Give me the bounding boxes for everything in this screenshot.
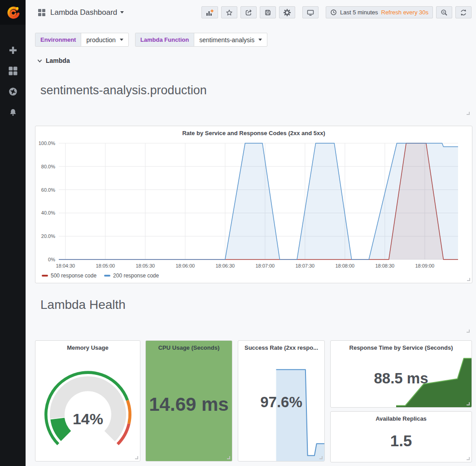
legend-label-500: 500 response code bbox=[51, 273, 96, 279]
x-tick-label: 18:06:00 bbox=[175, 263, 195, 268]
row-header-lambda[interactable]: Lambda bbox=[37, 57, 70, 64]
panel-title[interactable]: CPU Usage (Seconds) bbox=[146, 341, 232, 351]
panel-cpu-usage: CPU Usage (Seconds) 14.69 ms bbox=[145, 340, 232, 462]
time-range-label: Last 5 minutes bbox=[340, 9, 378, 16]
panel-resize-handle[interactable] bbox=[467, 457, 470, 460]
variable-environment-label: Environment bbox=[35, 33, 81, 46]
x-tick-label: 18:09:00 bbox=[415, 263, 434, 268]
panel-resize-handle[interactable] bbox=[467, 278, 470, 281]
legend-swatch-red bbox=[42, 275, 48, 277]
panel-resize-handle[interactable] bbox=[227, 456, 230, 459]
time-series-plot[interactable]: 18:04:3018:05:0018:05:3018:06:0018:06:30… bbox=[59, 143, 458, 259]
legend-item-200[interactable]: 200 response code bbox=[104, 273, 159, 279]
navbar: Lambda Dashboard bbox=[26, 0, 476, 25]
chevron-down-icon bbox=[258, 39, 262, 41]
panel-rate-by-service: Rate by Service and Response Codes (2xx … bbox=[35, 126, 472, 283]
save-button[interactable] bbox=[260, 6, 276, 18]
chart-legend: 500 response code 200 response code bbox=[42, 273, 159, 279]
variable-lambda-function: Lambda Function sentiments-analysis bbox=[135, 33, 267, 47]
y-tick-label: 0% bbox=[48, 257, 59, 262]
add-panel-icon bbox=[206, 9, 214, 16]
tv-mode-button[interactable] bbox=[302, 6, 319, 18]
grafana-logo[interactable] bbox=[0, 0, 26, 25]
variable-environment: Environment production bbox=[35, 33, 129, 47]
dashboard-grid-icon bbox=[38, 9, 45, 16]
chart-panel-title[interactable]: Rate by Service and Response Codes (2xx … bbox=[35, 126, 472, 136]
y-tick-label: 20.0% bbox=[41, 233, 59, 239]
panel-resize-handle[interactable] bbox=[135, 456, 138, 459]
x-tick-label: 18:07:00 bbox=[255, 263, 275, 268]
memory-gauge: 14% bbox=[41, 369, 135, 448]
zoom-out-button[interactable] bbox=[436, 6, 452, 18]
panel-response-time: Response Time by Service (Seconds) 88.5 … bbox=[330, 340, 472, 408]
y-tick-label: 60.0% bbox=[41, 187, 59, 193]
grafana-flame-icon bbox=[5, 4, 21, 21]
panel-title[interactable]: Memory Usage bbox=[35, 341, 140, 351]
x-tick-label: 18:05:30 bbox=[135, 263, 155, 268]
add-plus-icon[interactable] bbox=[8, 45, 18, 55]
gauge-value: 14% bbox=[72, 410, 103, 427]
panel-title[interactable]: Success Rate (2xx respo... bbox=[238, 341, 324, 351]
save-icon bbox=[264, 9, 271, 16]
time-range-button[interactable]: Last 5 minutes Refresh every 30s bbox=[326, 6, 433, 18]
legend-label-200: 200 response code bbox=[113, 273, 159, 279]
panel-resize-handle[interactable] bbox=[467, 402, 470, 405]
template-variables: Environment production Lambda Function s… bbox=[35, 33, 267, 47]
health-heading: Lambda Health bbox=[40, 298, 126, 312]
y-tick-label: 100.0% bbox=[39, 141, 59, 146]
variable-lambda-function-selected: sentiments-analysis bbox=[199, 36, 254, 44]
legend-item-500[interactable]: 500 response code bbox=[42, 273, 96, 279]
panel-title[interactable]: Available Replicas bbox=[331, 412, 472, 422]
cpu-value: 14.69 ms bbox=[146, 394, 232, 415]
dashboard-title[interactable]: Lambda Dashboard bbox=[50, 8, 117, 17]
title-caret-icon bbox=[120, 11, 124, 13]
variable-lambda-function-label: Lambda Function bbox=[135, 33, 194, 46]
panel-resize-handle[interactable] bbox=[467, 330, 470, 333]
tv-mode-icon bbox=[307, 9, 314, 16]
star-icon bbox=[226, 9, 233, 16]
y-tick-label: 40.0% bbox=[41, 210, 59, 215]
y-tick-label: 80.0% bbox=[41, 164, 59, 169]
success-rate-value: 97.6% bbox=[238, 394, 324, 411]
x-tick-label: 18:04:30 bbox=[56, 263, 75, 268]
service-heading: sentiments-analysis.production bbox=[40, 84, 207, 97]
star-button[interactable] bbox=[221, 6, 237, 18]
available-replicas-value: 1.5 bbox=[331, 432, 472, 450]
x-tick-label: 18:07:30 bbox=[295, 263, 314, 268]
settings-button[interactable] bbox=[279, 6, 295, 18]
legend-swatch-blue bbox=[104, 275, 110, 277]
share-icon bbox=[245, 9, 252, 16]
add-panel-button[interactable] bbox=[201, 6, 218, 18]
settings-gear-icon bbox=[284, 9, 291, 16]
variable-environment-selected: production bbox=[86, 36, 115, 44]
panel-memory-usage: Memory Usage 14% bbox=[35, 340, 140, 462]
dashboards-grid-icon[interactable] bbox=[8, 66, 18, 76]
panel-success-rate: Success Rate (2xx respo... 97.6% bbox=[238, 340, 325, 462]
x-tick-label: 18:06:30 bbox=[215, 263, 235, 268]
chevron-down-icon bbox=[37, 58, 43, 64]
share-button[interactable] bbox=[240, 6, 257, 18]
sidebar bbox=[0, 0, 26, 466]
success-rate-sparkline bbox=[238, 366, 324, 461]
panel-title[interactable]: Response Time by Service (Seconds) bbox=[331, 341, 472, 351]
refresh-interval-label: Refresh every 30s bbox=[381, 9, 429, 16]
panel-available-replicas: Available Replicas 1.5 bbox=[330, 411, 472, 462]
x-tick-label: 18:08:30 bbox=[375, 263, 394, 268]
refresh-button[interactable] bbox=[455, 6, 472, 18]
x-tick-label: 18:08:00 bbox=[335, 263, 354, 268]
x-tick-label: 18:05:00 bbox=[96, 263, 115, 268]
panel-resize-handle[interactable] bbox=[319, 456, 323, 459]
search-minus-icon bbox=[441, 9, 448, 16]
refresh-icon bbox=[460, 9, 467, 16]
row-title: Lambda bbox=[46, 57, 70, 64]
chevron-down-icon bbox=[120, 39, 123, 41]
response-time-value: 88.5 ms bbox=[331, 370, 472, 387]
gauge-threshold-orange bbox=[127, 400, 130, 424]
panel-resize-handle[interactable] bbox=[467, 112, 470, 115]
variable-lambda-function-value[interactable]: sentiments-analysis bbox=[194, 33, 267, 46]
explore-compass-icon[interactable] bbox=[8, 87, 18, 97]
alerting-bell-icon[interactable] bbox=[8, 107, 18, 117]
clock-icon bbox=[330, 9, 337, 16]
variable-environment-value[interactable]: production bbox=[81, 33, 128, 46]
